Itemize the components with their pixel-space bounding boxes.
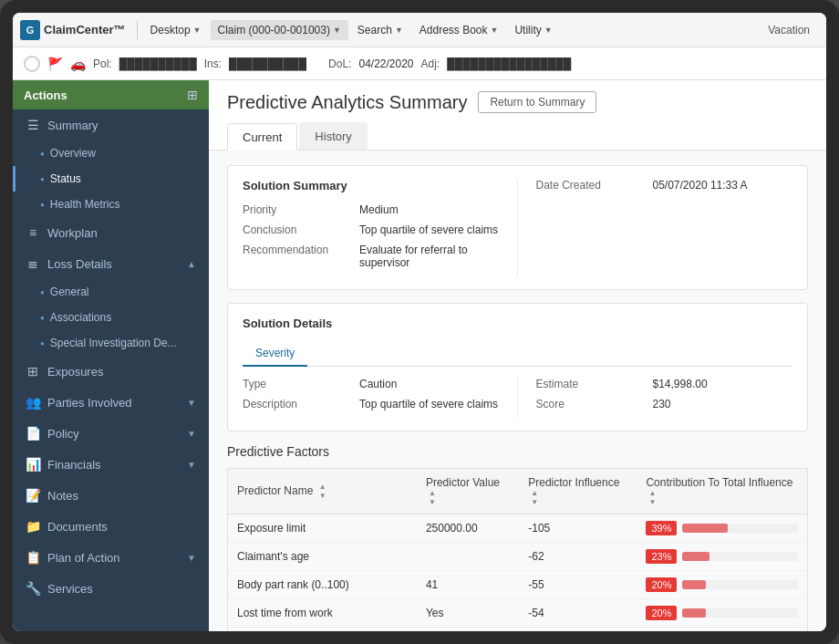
sidebar-item-exposures[interactable]: ⊞ Exposures [13, 356, 209, 387]
chevron-down-icon: ▼ [193, 26, 202, 35]
bar-fill [682, 608, 705, 618]
documents-icon: 📁 [26, 519, 40, 534]
sidebar-item-loss-details[interactable]: ≣ Loss Details ▲ [13, 248, 209, 279]
cell-predictor-influence: -105 [519, 514, 637, 543]
sub-tab-severity[interactable]: Severity [243, 341, 307, 367]
sort-arrows-icon: ▲▼ [648, 489, 656, 506]
col-header-predictor-value[interactable]: Predictor Value ▲▼ [417, 469, 519, 514]
summary-icon: ☰ [26, 118, 40, 132]
sidebar-actions-label: Actions [24, 88, 67, 102]
sidebar: Actions ⊞ ☰ Summary ● Overview ● Status [13, 80, 209, 631]
bar-track [682, 608, 798, 618]
table-row: Body part rank (0..100)41-5520% [228, 571, 808, 599]
cell-predictor-name: Body part rank (0..100) [228, 571, 417, 599]
content-body: Solution Summary Priority Medium Conclus… [209, 151, 826, 631]
field-row-conclusion: Conclusion Top quartile of severe claims [243, 223, 499, 236]
sidebar-item-documents[interactable]: 📁 Documents [13, 511, 209, 542]
app-brand: ClaimCenter™ [44, 23, 126, 36]
chevron-icon: ▼ [187, 460, 196, 470]
chevron-down-icon: ▼ [544, 26, 553, 35]
bar-fill [682, 524, 727, 533]
field-row-score: Score 230 [536, 398, 793, 410]
nav-vacation[interactable]: Vacation [759, 20, 819, 40]
sidebar-item-overview[interactable]: ● Overview [13, 140, 209, 166]
chevron-icon: ▼ [187, 398, 196, 408]
contribution-badge: 20% [646, 606, 677, 620]
parties-icon: 👥 [26, 395, 40, 410]
nav-claim[interactable]: Claim (000-00-001003) ▼ [211, 20, 348, 40]
bar-cell: 20% [646, 577, 798, 592]
sidebar-actions-icon: ⊞ [187, 88, 198, 102]
contribution-badge: 20% [646, 577, 677, 592]
predictive-factors-title: Predictive Factors [227, 444, 808, 459]
cell-predictor-influence: -1 [519, 628, 637, 631]
return-to-summary-button[interactable]: Return to Summary [478, 91, 596, 113]
sidebar-item-general[interactable]: ● General [13, 279, 209, 305]
sidebar-item-health-metrics[interactable]: ● Health Metrics [13, 192, 209, 217]
cell-predictor-value: 250000.00 [417, 514, 519, 543]
table-header-row: Predictor Name ▲▼ Predictor Value ▲▼ Pre… [228, 469, 808, 514]
content-header: Predictive Analytics Summary Return to S… [209, 80, 826, 151]
sidebar-item-financials[interactable]: 📊 Financials ▼ [13, 449, 209, 480]
nav-desktop[interactable]: Desktop ▼ [143, 20, 209, 40]
bar-cell: 23% [646, 549, 798, 564]
sort-arrows-icon: ▲▼ [531, 489, 538, 506]
cell-predictor-value [417, 543, 519, 571]
bullet-icon: ● [40, 339, 45, 348]
contribution-badge: 23% [646, 549, 677, 564]
bullet-icon: ● [40, 288, 45, 296]
field-row-estimate: Estimate $14,998.00 [536, 378, 793, 390]
sidebar-item-associations[interactable]: ● Associations [13, 305, 209, 330]
page-title: Predictive Analytics Summary [227, 92, 467, 113]
solution-summary-title: Solution Summary [243, 179, 499, 192]
sidebar-item-summary[interactable]: ☰ Summary [13, 109, 209, 140]
sidebar-item-services[interactable]: 🔧 Services [13, 573, 209, 604]
field-row-date-created: Date Created 05/07/2020 11:33 A [536, 179, 793, 192]
sidebar-item-special-investigation[interactable]: ● Special Investigation De... [13, 330, 209, 356]
chevron-icon: ▼ [187, 429, 196, 439]
cell-contribution: 39% [637, 514, 807, 543]
nav-divider-1 [137, 21, 138, 39]
col-header-predictor-name[interactable]: Predictor Name ▲▼ [228, 469, 417, 514]
cell-predictor-name: Exposure limit [228, 514, 417, 543]
sidebar-item-parties-involved[interactable]: 👥 Parties Involved ▼ [13, 387, 209, 418]
workplan-icon: ≡ [26, 225, 40, 240]
table-row: Days in between loss and report date0-10… [228, 628, 808, 631]
table-row: Claimant's age-6223% [228, 543, 808, 571]
cell-contribution: 0% [637, 628, 807, 631]
bar-cell: 39% [646, 521, 798, 535]
cell-predictor-name: Days in between loss and report date [228, 628, 417, 631]
services-icon: 🔧 [26, 581, 40, 596]
bar-cell: 20% [646, 606, 798, 620]
bullet-icon: ● [40, 175, 45, 183]
device-frame: G ClaimCenter™ Desktop ▼ Claim (000-00-0… [0, 0, 839, 644]
nav-utility[interactable]: Utility ▼ [507, 20, 559, 40]
chevron-down-icon: ▼ [333, 26, 341, 35]
col-header-contribution[interactable]: Contribution To Total Influence ▲▼ [637, 469, 807, 514]
app-logo: G ClaimCenter™ [20, 20, 126, 40]
sidebar-actions-button[interactable]: Actions ⊞ [13, 80, 209, 109]
sidebar-item-status[interactable]: ● Status [13, 166, 209, 192]
field-row-type: Type Caution [243, 378, 499, 390]
cell-contribution: 20% [637, 571, 807, 599]
nav-address-book[interactable]: Address Book ▼ [412, 20, 506, 40]
bar-track [682, 524, 798, 533]
sidebar-item-notes[interactable]: 📝 Notes [13, 480, 209, 511]
sidebar-item-plan-of-action[interactable]: 📋 Plan of Action ▼ [13, 542, 209, 573]
tab-history[interactable]: History [299, 122, 367, 150]
sidebar-item-workplan[interactable]: ≡ Workplan [13, 217, 209, 248]
content-area: Predictive Analytics Summary Return to S… [209, 80, 826, 631]
notes-icon: 📝 [26, 488, 40, 503]
bullet-icon: ● [40, 314, 45, 322]
top-nav: G ClaimCenter™ Desktop ▼ Claim (000-00-0… [13, 13, 826, 47]
sort-arrows-icon: ▲▼ [319, 483, 326, 500]
main-layout: Actions ⊞ ☰ Summary ● Overview ● Status [13, 80, 826, 631]
sidebar-item-policy[interactable]: 📄 Policy ▼ [13, 418, 209, 449]
flag-icon: 🚩 [47, 57, 63, 71]
nav-search[interactable]: Search ▼ [350, 20, 410, 40]
sort-arrows-icon: ▲▼ [429, 489, 436, 506]
cell-predictor-value: 41 [417, 571, 519, 599]
status-circle [24, 56, 40, 72]
tab-current[interactable]: Current [227, 123, 297, 151]
col-header-predictor-influence[interactable]: Predictor Influence ▲▼ [519, 469, 637, 514]
